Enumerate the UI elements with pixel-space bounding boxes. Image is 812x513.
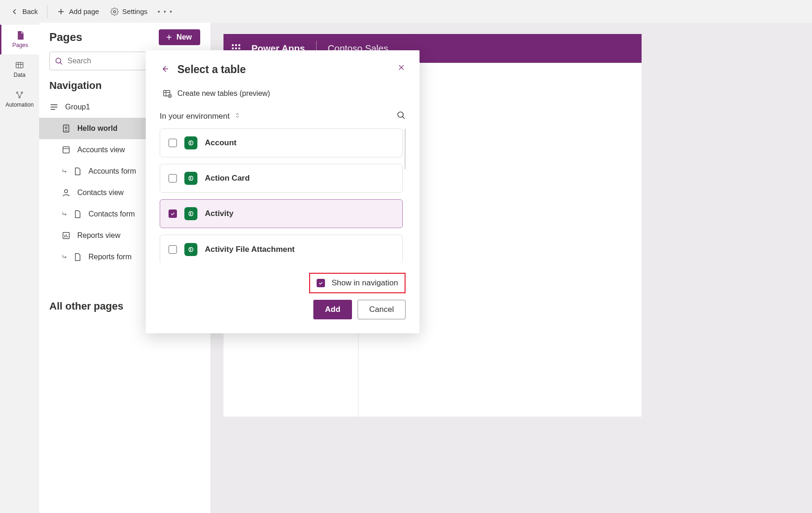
tree-reports-view-label: Reports view [77,231,120,240]
flow-icon [15,90,24,100]
scrollbar-thumb[interactable] [405,128,406,169]
table-row-account[interactable]: Account [160,128,403,157]
svg-point-3 [21,92,22,93]
add-button[interactable]: Add [313,300,352,319]
create-new-tables[interactable]: Create new tables (preview) [162,89,406,98]
svg-point-9 [65,189,68,193]
plus-icon [57,7,65,16]
rail-data-label: Data [14,72,25,78]
plus-icon [165,34,173,41]
table-label: Activity File Attachment [205,245,295,254]
checkbox[interactable] [169,245,177,254]
left-rail: Pages Data Automation [0,23,39,513]
table-row-activity-file[interactable]: Activity File Attachment [160,235,403,263]
rail-data[interactable]: Data [0,54,39,84]
arrow-left-icon [10,7,19,16]
svg-rect-8 [63,147,69,153]
checkbox[interactable] [169,139,177,147]
table-row-activity[interactable]: Activity [160,199,403,228]
group-icon [49,102,59,112]
rail-pages-label: Pages [12,42,28,48]
command-bar: Back Add page Settings • • • [0,0,812,23]
environment-label: In your environment [160,112,230,121]
svg-point-7 [65,127,67,128]
more-button[interactable]: • • • [154,5,176,18]
cancel-button[interactable]: Cancel [358,300,406,319]
dialog-search-button[interactable] [396,110,406,122]
tree-contacts-form-label: Contacts form [88,210,135,218]
show-in-nav-label: Show in navigation [332,278,398,288]
create-new-tables-label: Create new tables (preview) [177,89,270,98]
svg-rect-1 [16,62,23,68]
dataverse-icon [184,136,197,149]
show-in-nav-checkbox[interactable] [317,279,325,287]
table-label: Action Card [205,174,250,183]
arrow-left-icon [160,64,170,74]
sort-toggle[interactable] [234,112,241,121]
svg-point-4 [19,96,20,98]
tree-reports-form-label: Reports form [88,253,131,261]
add-page-label: Add page [69,7,99,15]
checkbox-checked[interactable] [169,209,177,218]
back-label: Back [22,7,38,15]
tree-group1-label: Group1 [65,103,90,111]
tree-hello-world-label: Hello world [77,124,117,133]
subitem-icon [61,211,68,217]
divider [47,5,47,18]
dataverse-icon [184,243,197,256]
subitem-icon [61,254,68,260]
dialog-title: Select a table [177,63,246,76]
svg-point-2 [16,92,18,93]
sort-icon [234,112,241,119]
dataverse-icon [184,207,197,220]
table-row-action-card[interactable]: Action Card [160,164,403,193]
table-icon [15,61,24,70]
rail-automation-label: Automation [6,101,34,108]
new-button[interactable]: New [159,29,200,45]
table-label: Activity [205,209,233,218]
page-icon [16,31,25,40]
chart-icon [61,231,71,240]
dataverse-icon [184,172,197,185]
back-button[interactable]: Back [6,5,42,19]
tree-accounts-view-label: Accounts view [77,146,125,154]
dialog-back-button[interactable] [160,64,170,75]
dialog-close-button[interactable] [397,63,406,73]
form-icon [73,252,82,262]
search-icon [396,110,406,120]
settings-label: Settings [122,7,148,15]
contact-icon [61,188,71,197]
pages-title: Pages [49,31,82,44]
show-in-navigation-highlight: Show in navigation [309,273,406,293]
svg-point-0 [113,10,115,13]
gear-icon [110,7,119,16]
checkbox[interactable] [169,174,177,182]
tree-contacts-view-label: Contacts view [77,189,124,197]
tree-accounts-form-label: Accounts form [88,167,136,176]
subitem-icon [61,168,68,175]
select-table-dialog: Select a table Create new tables (previe… [146,50,420,333]
view-icon [61,145,71,155]
search-icon [54,57,63,65]
table-list: Account Action Card Activity Activity Fi… [160,128,406,263]
table-label: Account [205,138,237,148]
rail-pages[interactable]: Pages [0,25,39,54]
form-icon [73,209,82,219]
table-plus-icon [162,89,172,98]
close-icon [397,63,406,72]
rail-automation[interactable]: Automation [0,84,39,114]
form-icon [73,167,82,176]
settings-button[interactable]: Settings [106,5,152,19]
custom-page-icon [61,124,71,133]
new-label: New [176,33,192,41]
add-page-button[interactable]: Add page [52,5,103,19]
